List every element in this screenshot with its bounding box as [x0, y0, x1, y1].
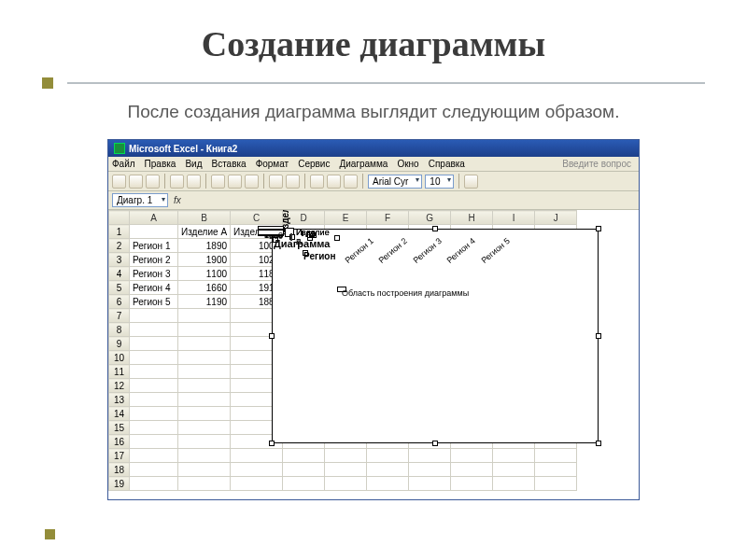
- chart-object[interactable]: Диаграмма Изделие 2500 2000 1500 1000 50…: [272, 229, 599, 443]
- save-button[interactable]: [146, 175, 160, 189]
- menu-window[interactable]: Окно: [397, 159, 418, 169]
- name-box[interactable]: Диагр. 1: [112, 193, 168, 207]
- menu-file[interactable]: Файл: [112, 159, 135, 169]
- excel-icon: [114, 143, 125, 154]
- chart-wizard-button[interactable]: [344, 175, 358, 189]
- titlebar[interactable]: Microsoft Excel - Книга2: [108, 140, 639, 157]
- sort-desc-button[interactable]: [327, 175, 341, 189]
- title-rule: [42, 77, 705, 89]
- col-C[interactable]: C: [231, 211, 283, 225]
- paste-button[interactable]: [245, 175, 259, 189]
- window-title: Microsoft Excel - Книга2: [129, 144, 237, 154]
- fx-icon[interactable]: fx: [174, 195, 181, 205]
- x-ticks: Регион 1 Регион 2 Регион 3 Регион 4 Реги…: [334, 235, 340, 241]
- col-E[interactable]: E: [325, 211, 367, 225]
- col-J[interactable]: J: [535, 211, 577, 225]
- copy-button[interactable]: [228, 175, 242, 189]
- table-row[interactable]: 18: [109, 463, 577, 477]
- menu-tools[interactable]: Сервис: [298, 159, 330, 169]
- menu-insert[interactable]: Вставка: [211, 159, 246, 169]
- excel-window: Microsoft Excel - Книга2 Файл Правка Вид…: [107, 139, 640, 500]
- worksheet-area[interactable]: A B C D E F G H I J 1 Изделие А Изделие …: [108, 210, 639, 499]
- cut-button[interactable]: [211, 175, 225, 189]
- open-button[interactable]: [129, 175, 143, 189]
- formula-bar: Диагр. 1 fx: [108, 191, 639, 210]
- col-A[interactable]: A: [130, 211, 178, 225]
- col-H[interactable]: H: [451, 211, 493, 225]
- legend-label-b: Изделие В: [296, 228, 330, 246]
- sort-asc-button[interactable]: [310, 175, 324, 189]
- select-all[interactable]: [109, 211, 130, 225]
- col-B[interactable]: B: [178, 211, 231, 225]
- help-hint[interactable]: Введите вопрос: [562, 159, 635, 169]
- slide-subtitle: После создания диаграмма выглядит следую…: [42, 102, 705, 122]
- menu-edit[interactable]: Правка: [145, 159, 176, 169]
- redo-button[interactable]: [286, 175, 300, 189]
- font-size-select[interactable]: 10: [425, 175, 454, 189]
- menu-chart[interactable]: Диаграмма: [339, 159, 388, 169]
- standard-toolbar: Arial Cyr 10: [108, 172, 639, 191]
- chart-tooltip: Область построения диаграммы: [337, 287, 346, 292]
- menubar: Файл Правка Вид Вставка Формат Сервис Ди…: [108, 157, 639, 172]
- menu-help[interactable]: Справка: [429, 159, 465, 169]
- font-name-select[interactable]: Arial Cyr: [368, 175, 422, 189]
- col-I[interactable]: I: [493, 211, 535, 225]
- chart-xlabel[interactable]: Регион: [303, 250, 308, 256]
- preview-button[interactable]: [187, 175, 201, 189]
- new-button[interactable]: [112, 175, 126, 189]
- slide-bullet-icon: [45, 529, 55, 539]
- col-G[interactable]: G: [409, 211, 451, 225]
- table-row[interactable]: 19: [109, 477, 577, 491]
- menu-view[interactable]: Вид: [185, 159, 202, 169]
- table-row[interactable]: 17: [109, 449, 577, 463]
- undo-button[interactable]: [269, 175, 283, 189]
- slide-title: Создание диаграммы: [42, 23, 705, 64]
- chart-legend[interactable]: Изделие А Изделие В: [285, 228, 294, 237]
- col-F[interactable]: F: [367, 211, 409, 225]
- bold-button[interactable]: [464, 175, 478, 189]
- print-button[interactable]: [170, 175, 184, 189]
- legend-swatch-b: [290, 233, 292, 241]
- menu-format[interactable]: Формат: [256, 159, 289, 169]
